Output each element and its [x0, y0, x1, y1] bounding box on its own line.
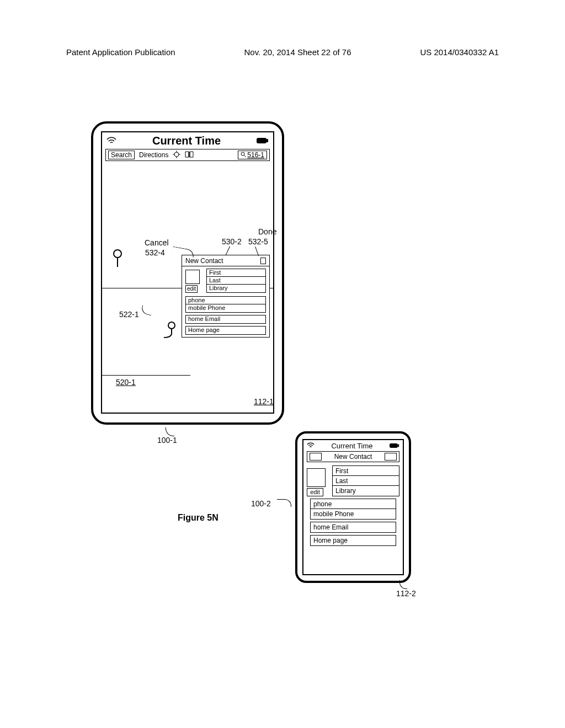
mobile-field-2[interactable]: mobile Phone [311, 509, 396, 519]
phone-field-2[interactable]: phone [311, 499, 396, 509]
new-contact-titlebar-2: New Contact [307, 451, 399, 462]
leader-100-1 [166, 427, 174, 436]
contact-photo-2[interactable] [307, 468, 326, 487]
callout-520-1: 520-1 [116, 378, 136, 387]
svg-rect-8 [390, 443, 398, 447]
search-button[interactable]: Search [108, 151, 135, 159]
cancel-slot-2[interactable] [310, 453, 322, 461]
battery-icon [257, 137, 269, 144]
email-field-2[interactable]: home Email [311, 522, 396, 532]
phone-field[interactable]: phone [186, 297, 265, 304]
edit-button-2[interactable]: edit [307, 488, 323, 496]
book-icon[interactable] [185, 151, 194, 159]
header-middle: Nov. 20, 2014 Sheet 22 of 76 [244, 47, 351, 57]
header-right: US 2014/0340332 A1 [420, 47, 499, 57]
callout-100-2: 100-2 [251, 499, 271, 508]
done-slot[interactable] [260, 258, 266, 264]
callout-532-5: 532-5 [248, 237, 268, 246]
library-field-2[interactable]: Library [333, 486, 399, 496]
leader-530-2 [225, 247, 241, 256]
callout-done: Done [258, 227, 276, 236]
map-area[interactable]: New Contact edit First Last Library ph [102, 161, 273, 400]
callout-112-2: 112-2 [396, 589, 416, 598]
callout-cancel: Cancel [145, 238, 169, 247]
directions-label[interactable]: Directions [139, 151, 168, 159]
callout-530-2: 530-2 [222, 237, 242, 246]
svg-point-3 [241, 152, 244, 156]
contact-photo[interactable] [185, 270, 200, 284]
wifi-icon [307, 442, 315, 450]
map-pin-icon[interactable] [112, 249, 123, 268]
edit-button[interactable]: edit [185, 285, 198, 293]
homepage-block: Home page [185, 326, 266, 335]
phone-block-2: phone mobile Phone [310, 499, 396, 520]
battery-icon [390, 442, 399, 450]
map-pin-route-icon[interactable] [159, 321, 178, 340]
svg-rect-0 [257, 138, 266, 143]
new-contact-title-2: New Contact [334, 453, 372, 461]
map-road-2 [102, 375, 190, 376]
svg-point-7 [168, 322, 175, 329]
page-header: Patent Application Publication Nov. 20, … [66, 47, 499, 57]
first-name-field[interactable]: First [207, 269, 265, 277]
homepage-block-2: Home page [310, 535, 396, 546]
done-slot-2[interactable] [385, 453, 397, 461]
toolbar: Search Directions 516-1 [105, 149, 270, 161]
device-small: Current Time New Contact edit First Last… [295, 431, 411, 583]
callout-100-1: 100-1 [157, 436, 177, 445]
callout-532-4: 532-4 [145, 248, 165, 257]
leader-532-5 [253, 247, 253, 256]
library-field[interactable]: Library [207, 285, 265, 292]
new-contact-panel: New Contact edit First Last Library ph [182, 255, 270, 338]
search-field[interactable]: 516-1 [238, 151, 267, 159]
search-field-ref: 516-1 [247, 151, 264, 159]
new-contact-titlebar: New Contact [182, 255, 269, 266]
svg-line-4 [244, 156, 246, 157]
svg-rect-1 [266, 139, 268, 142]
device-small-screen: Current Time New Contact edit First Last… [302, 439, 404, 575]
header-left: Patent Application Publication [66, 47, 175, 57]
magnifier-icon [241, 152, 246, 158]
svg-rect-9 [398, 444, 399, 447]
device-large-screen: Current Time Search Directions 516-1 [101, 131, 274, 414]
homepage-field-2[interactable]: Home page [311, 536, 396, 545]
status-title-2: Current Time [331, 442, 372, 450]
wifi-icon [106, 137, 116, 144]
callout-112-1: 112-1 [254, 397, 274, 406]
status-title: Current Time [152, 135, 221, 147]
locate-icon[interactable] [173, 151, 180, 160]
svg-point-5 [114, 250, 121, 258]
last-name-field-2[interactable]: Last [333, 476, 399, 486]
mobile-field[interactable]: mobile Phone [186, 304, 265, 312]
leader-112-2 [399, 580, 407, 589]
phone-block: phone mobile Phone [185, 296, 266, 313]
svg-point-2 [174, 152, 179, 157]
homepage-field[interactable]: Home page [186, 326, 265, 334]
email-block-2: home Email [310, 522, 396, 533]
name-fields: First Last Library [206, 269, 266, 293]
first-name-field-2[interactable]: First [333, 466, 399, 476]
name-fields-2: First Last Library [332, 465, 399, 496]
status-bar: Current Time [102, 132, 273, 149]
email-field[interactable]: home Email [186, 315, 265, 323]
status-bar-2: Current Time [303, 440, 403, 451]
last-name-field[interactable]: Last [207, 277, 265, 285]
leader-100-2 [277, 499, 291, 507]
callout-522-1: 522-1 [119, 310, 139, 319]
email-block: home Email [185, 315, 266, 324]
figure-caption: Figure 5N [178, 513, 218, 523]
